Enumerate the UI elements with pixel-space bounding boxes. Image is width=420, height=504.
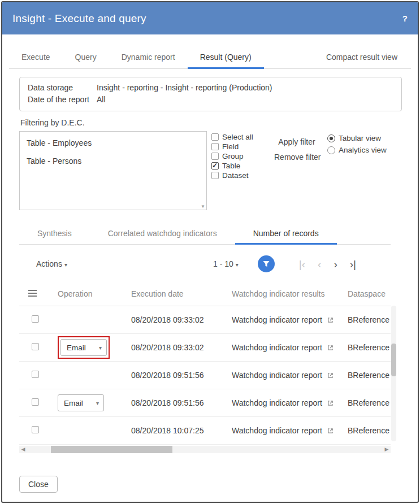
pagination-range-dropdown[interactable]: 1 - 10▾ bbox=[213, 259, 239, 268]
dataspace-cell: BReference bbox=[344, 426, 391, 435]
tab-execute[interactable]: Execute bbox=[9, 53, 63, 68]
checkbox-group[interactable]: Group bbox=[211, 151, 265, 161]
watchdog-report-link[interactable]: Watchdog indicator report bbox=[232, 398, 322, 407]
data-storage-label: Data storage bbox=[28, 82, 97, 94]
scroll-left-arrow-icon[interactable]: ◀ bbox=[19, 446, 27, 453]
checkbox-icon bbox=[211, 153, 219, 160]
chevron-down-icon: ▾ bbox=[64, 262, 67, 268]
external-link-icon bbox=[327, 372, 334, 379]
report-date-value: All bbox=[97, 94, 393, 106]
title-bar: Insight - Execute and query ? bbox=[2, 2, 418, 34]
column-header-dataspace: Dataspace bbox=[344, 289, 391, 298]
vertical-scrollbar-thumb[interactable] bbox=[391, 344, 396, 376]
column-header-operation: Operation bbox=[54, 289, 128, 298]
checkbox-label: Select all bbox=[222, 133, 253, 141]
row-checkbox[interactable] bbox=[32, 398, 39, 406]
filter-action-links: Apply filter Remove filter bbox=[274, 131, 319, 210]
dataspace-cell: BReference bbox=[344, 371, 391, 380]
apply-filter-link[interactable]: Apply filter bbox=[274, 137, 319, 146]
radio-label: Analytics view bbox=[339, 146, 387, 154]
checkbox-field[interactable]: Field bbox=[211, 142, 265, 151]
report-summary-box: Data storage Insight - reporting - Insig… bbox=[19, 77, 402, 111]
execution-date-cell: 08/20/2018 10:07:25 bbox=[128, 426, 228, 435]
watchdog-cell: Watchdog indicator report bbox=[228, 315, 344, 324]
watchdog-cell: Watchdog indicator report bbox=[228, 398, 344, 407]
row-checkbox[interactable] bbox=[32, 371, 39, 378]
watchdog-report-link[interactable]: Watchdog indicator report bbox=[232, 371, 322, 380]
vertical-scrollbar[interactable] bbox=[391, 306, 396, 441]
summary-row: Date of the report All bbox=[28, 94, 393, 106]
row-checkbox[interactable] bbox=[32, 343, 39, 350]
dec-listbox[interactable]: Table - Employees Table - Persons ▼ bbox=[19, 131, 207, 210]
table-row: 08/20/2018 09:33:02 Watchdog indicator r… bbox=[19, 306, 391, 334]
horizontal-scrollbar[interactable]: ◀ ▶ bbox=[19, 446, 391, 453]
chevron-down-icon: ▾ bbox=[236, 262, 239, 268]
watchdog-report-link[interactable]: Watchdog indicator report bbox=[232, 426, 322, 435]
operation-select[interactable]: Email ▾ bbox=[60, 339, 107, 356]
last-page-button[interactable]: ›| bbox=[344, 259, 362, 270]
table-row: Email ▾ 08/20/2018 09:33:02 Watchdog ind… bbox=[19, 334, 391, 362]
tab-number-of-records[interactable]: Number of records bbox=[235, 229, 337, 245]
table-row: 08/20/2018 09:51:56 Watchdog indicator r… bbox=[19, 362, 391, 389]
watchdog-cell: Watchdog indicator report bbox=[228, 426, 344, 435]
main-tab-bar: Execute Query Dynamic report Result (Que… bbox=[9, 46, 411, 69]
tab-correlated-watchdog-indicators[interactable]: Correlated watchdog indicators bbox=[90, 229, 235, 244]
selected-operation: Email bbox=[64, 399, 83, 407]
tab-dynamic-report[interactable]: Dynamic report bbox=[109, 53, 188, 68]
watchdog-report-link[interactable]: Watchdog indicator report bbox=[232, 343, 322, 352]
scroll-down-arrow-icon[interactable]: ▼ bbox=[201, 204, 205, 209]
column-header-watchdog-results: Watchdog indicator results bbox=[228, 289, 344, 298]
operation-cell: Email ▾ bbox=[54, 336, 128, 359]
previous-page-button[interactable]: ‹ bbox=[311, 259, 327, 270]
tab-result-query[interactable]: Result (Query) bbox=[188, 53, 264, 69]
external-link-icon bbox=[327, 428, 334, 434]
chevron-down-icon: ▾ bbox=[96, 400, 99, 406]
radio-tabular-view[interactable]: Tabular view bbox=[327, 132, 387, 144]
close-button[interactable]: Close bbox=[19, 476, 58, 493]
list-item[interactable]: Table - Employees bbox=[20, 136, 206, 150]
radio-label: Tabular view bbox=[339, 134, 381, 142]
compact-result-view-link[interactable]: Compact result view bbox=[326, 53, 411, 68]
tab-query[interactable]: Query bbox=[63, 53, 109, 68]
row-checkbox[interactable] bbox=[32, 315, 39, 323]
data-storage-value: Insight - reporting - Insight - reportin… bbox=[97, 82, 393, 94]
watchdog-cell: Watchdog indicator report bbox=[228, 343, 344, 352]
result-tab-bar: Synthesis Correlated watchdog indicators… bbox=[19, 225, 391, 245]
radio-icon bbox=[327, 146, 335, 154]
first-page-button[interactable]: |‹ bbox=[293, 259, 311, 270]
help-icon[interactable]: ? bbox=[402, 14, 408, 23]
checkbox-checked-icon bbox=[211, 162, 219, 170]
horizontal-scrollbar-thumb[interactable] bbox=[51, 446, 172, 453]
checkbox-table[interactable]: Table bbox=[211, 161, 265, 171]
dataspace-cell: BReference bbox=[344, 315, 391, 324]
table-row: 08/20/2018 10:07:25 Watchdog indicator r… bbox=[19, 417, 391, 445]
filter-button[interactable] bbox=[258, 255, 275, 272]
list-item[interactable]: Table - Persons bbox=[20, 154, 206, 168]
execution-date-cell: 08/20/2018 09:51:56 bbox=[128, 398, 228, 407]
checkbox-dataset[interactable]: Dataset bbox=[211, 171, 265, 180]
checkbox-select-all[interactable]: Select all bbox=[211, 132, 265, 142]
external-link-icon bbox=[327, 345, 334, 351]
remove-filter-link[interactable]: Remove filter bbox=[274, 153, 319, 162]
scroll-right-arrow-icon[interactable]: ▶ bbox=[383, 446, 391, 453]
execution-date-cell: 08/20/2018 09:51:56 bbox=[128, 371, 228, 380]
pagination-controls: |‹ ‹ › ›| bbox=[293, 259, 362, 270]
next-page-button[interactable]: › bbox=[327, 259, 343, 270]
checkbox-icon bbox=[211, 133, 219, 141]
radio-selected-icon bbox=[327, 134, 335, 142]
radio-analytics-view[interactable]: Analytics view bbox=[327, 144, 387, 156]
dialog-title: Insight - Execute and query bbox=[12, 12, 402, 25]
dataspace-cell: BReference bbox=[344, 343, 391, 352]
row-checkbox[interactable] bbox=[32, 426, 39, 433]
external-link-icon bbox=[327, 400, 334, 406]
watchdog-report-link[interactable]: Watchdog indicator report bbox=[232, 315, 322, 324]
results-table: Operation Execution date Watchdog indica… bbox=[19, 282, 391, 445]
execution-date-cell: 08/20/2018 09:33:02 bbox=[128, 343, 228, 352]
tab-synthesis[interactable]: Synthesis bbox=[19, 229, 90, 244]
menu-icon[interactable] bbox=[28, 288, 37, 298]
summary-row: Data storage Insight - reporting - Insig… bbox=[28, 82, 393, 94]
actions-dropdown[interactable]: Actions▾ bbox=[36, 259, 67, 268]
table-header-row: Operation Execution date Watchdog indica… bbox=[19, 282, 391, 306]
operation-select[interactable]: Email ▾ bbox=[58, 394, 104, 411]
filtering-section-label: Filtering by D.E.C. bbox=[20, 118, 418, 127]
